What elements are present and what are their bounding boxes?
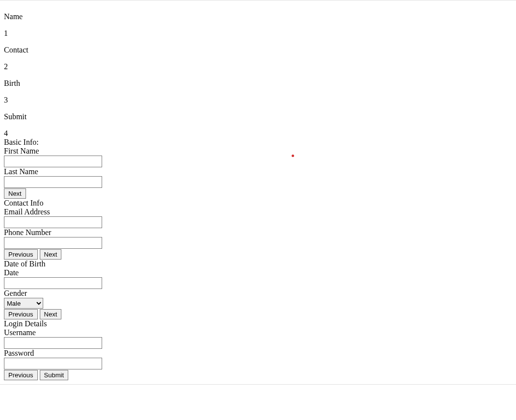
section-birth-title: Date of Birth <box>4 260 512 268</box>
last-name-label: Last Name <box>4 167 512 176</box>
next-button-contact[interactable]: Next <box>40 249 62 260</box>
section-contact-title: Contact Info <box>4 199 512 208</box>
step-title-submit: Submit <box>4 112 512 121</box>
previous-button-login[interactable]: Previous <box>4 370 38 380</box>
section-login-title: Login Details <box>4 319 512 328</box>
cursor-dot-icon <box>292 155 294 157</box>
previous-button-contact[interactable]: Previous <box>4 249 38 260</box>
section-basic-title: Basic Info: <box>4 138 512 147</box>
last-name-input[interactable] <box>4 176 102 188</box>
previous-button-birth[interactable]: Previous <box>4 309 38 319</box>
phone-input[interactable] <box>4 237 102 249</box>
step-number-2: 2 <box>4 62 512 71</box>
username-label: Username <box>4 328 512 337</box>
date-label: Date <box>4 268 512 277</box>
phone-label: Phone Number <box>4 228 512 237</box>
next-button-birth[interactable]: Next <box>40 309 62 319</box>
next-button-basic[interactable]: Next <box>4 188 26 199</box>
step-title-birth: Birth <box>4 79 512 88</box>
password-label: Password <box>4 349 512 358</box>
gender-label: Gender <box>4 289 512 298</box>
step-title-name: Name <box>4 12 512 21</box>
gender-select[interactable]: Male <box>4 298 43 309</box>
submit-button[interactable]: Submit <box>40 370 68 380</box>
username-input[interactable] <box>4 337 102 349</box>
password-input[interactable] <box>4 358 102 369</box>
email-label: Email Address <box>4 208 512 216</box>
step-number-3: 3 <box>4 96 512 105</box>
email-input[interactable] <box>4 216 102 228</box>
step-title-contact: Contact <box>4 46 512 54</box>
step-number-1: 1 <box>4 29 512 38</box>
first-name-input[interactable] <box>4 156 102 167</box>
first-name-label: First Name <box>4 147 512 156</box>
step-number-4: 4 <box>4 129 512 138</box>
date-input[interactable] <box>4 277 102 289</box>
